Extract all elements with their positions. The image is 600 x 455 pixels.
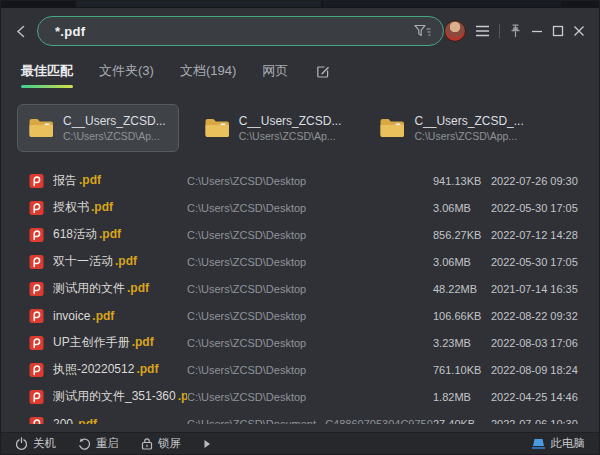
file-date: 2022-04-25 14:46 [491,391,585,403]
file-path: C:\Users\ZCSD\Desktop [187,229,433,241]
minimize-icon [531,25,543,37]
file-size: 27.40KB [433,418,491,425]
pdf-file-icon [29,281,53,297]
file-row[interactable]: 执照-20220512.pdf C:\Users\ZCSD\Desktop 76… [1,356,599,383]
tab-folders[interactable]: 文件夹(3) [99,62,154,86]
pdf-file-icon [29,173,53,189]
file-path: C:\Users\ZCSD\Desktop [187,337,433,349]
file-date: 2022-07-26 09:30 [491,175,585,187]
folder-card[interactable]: C__Users_ZCSD_... C:\Users\ZCSD\App... [368,104,536,152]
file-path: C:\Users\ZCSD\Desktop [187,202,433,214]
file-row[interactable]: 报告.pdf C:\Users\ZCSD\Desktop 941.13KB 20… [1,167,599,194]
file-size: 48.22MB [433,283,491,295]
folder-icon [379,117,405,139]
file-row[interactable]: 双十一活动.pdf C:\Users\ZCSD\Desktop 3.06MB 2… [1,248,599,275]
close-button[interactable] [573,25,585,37]
pdf-file-icon [29,416,53,425]
file-row[interactable]: 测试用的文件_351-360.pdf C:\Users\ZCSD\Desktop… [1,383,599,410]
folder-card-title: C__Users_ZCSD... [239,113,342,129]
folder-card[interactable]: C__Users_ZCSD... C:\Users\ZCSD\Ap... [17,104,179,152]
match-highlight: .pdf [99,227,121,241]
titlebar: *.pdf [1,8,599,54]
file-row[interactable]: invoice.pdf C:\Users\ZCSD\Desktop 106.66… [1,302,599,329]
filter-icon[interactable] [414,24,431,38]
file-date: 2022-07-06 10:30 [491,418,585,425]
file-size: 106.66KB [433,310,491,322]
expand-actions-button[interactable] [203,439,211,449]
result-tabs: 最佳匹配 文件夹(3) 文档(194) 网页 [1,58,599,90]
file-size: 761.10KB [433,364,491,376]
match-highlight: .pdf [132,335,154,349]
file-name: 报告.pdf [53,172,187,189]
file-row[interactable]: UP主创作手册.pdf C:\Users\ZCSD\Desktop 3.23MB… [1,329,599,356]
search-input-container[interactable]: *.pdf [37,16,444,46]
match-highlight: .pdf [75,417,97,425]
file-row[interactable]: 618活动.pdf C:\Users\ZCSD\Desktop 856.27KB… [1,221,599,248]
file-size: 3.06MB [433,256,491,268]
tab-web[interactable]: 网页 [262,62,288,86]
file-date: 2022-05-30 17:05 [491,256,585,268]
pdf-file-icon [29,362,53,378]
file-date: 2022-07-12 14:28 [491,229,585,241]
restart-button[interactable]: 重启 [78,436,119,451]
file-path: C:\Users\ZCSD\Desktop [187,364,433,376]
this-pc-button[interactable]: 此电脑 [531,436,586,451]
folder-card-title: C__Users_ZCSD_... [414,113,523,129]
back-button[interactable] [13,20,29,42]
pdf-file-icon [29,308,53,324]
pin-icon [509,24,522,38]
file-name: 200.pdf [53,417,187,425]
match-highlight: .pdf [92,309,114,323]
file-size: 3.06MB [433,202,491,214]
file-row[interactable]: 授权书.pdf C:\Users\ZCSD\Desktop 3.06MB 202… [1,194,599,221]
match-highlight: .pdf [91,200,113,214]
file-row[interactable]: 测试用的文件.pdf C:\Users\ZCSD\Desktop 48.22MB… [1,275,599,302]
folder-card-title: C__Users_ZCSD... [63,113,166,129]
search-input[interactable]: *.pdf [55,24,414,39]
file-name: 授权书.pdf [53,199,187,216]
menu-button[interactable] [475,25,490,37]
match-highlight: .pdf [79,173,101,187]
folder-icon [204,117,230,139]
file-size: 941.13KB [433,175,491,187]
folder-card[interactable]: C__Users_ZCSD... C:\Users\ZCSD\Ap... [193,104,355,152]
power-icon [15,437,28,450]
file-name: 双十一活动.pdf [53,253,187,270]
minimize-button[interactable] [531,25,543,37]
close-icon [573,25,585,37]
pdf-file-icon [29,335,53,351]
file-name: invoice.pdf [53,309,187,323]
edit-tabs-button[interactable] [316,65,330,83]
pdf-file-icon [29,227,53,243]
file-path: C:\Users\ZCSD\Document...C48860705304C97… [187,418,433,425]
file-path: C:\Users\ZCSD\Desktop [187,391,433,403]
file-size: 856.27KB [433,229,491,241]
file-list: 报告.pdf C:\Users\ZCSD\Desktop 941.13KB 20… [1,167,599,424]
file-name: 测试用的文件_351-360.pdf [53,388,187,405]
file-path: C:\Users\ZCSD\Desktop [187,256,433,268]
pdf-file-icon [29,389,53,405]
file-size: 1.82MB [433,391,491,403]
user-avatar[interactable] [444,20,466,42]
file-name: 618活动.pdf [53,226,187,243]
maximize-icon [552,25,564,37]
folder-card-path: C:\Users\ZCSD\Ap... [63,129,166,143]
file-name: 测试用的文件.pdf [53,280,187,297]
maximize-button[interactable] [552,25,564,37]
tab-documents[interactable]: 文档(194) [180,62,236,86]
lock-screen-button[interactable]: 锁屏 [141,436,181,451]
shutdown-button[interactable]: 关机 [15,436,56,451]
pin-button[interactable] [509,24,522,38]
match-highlight: .pdf [115,254,137,268]
pdf-file-icon [29,200,53,216]
titlebar-divider [499,24,500,38]
arrow-right-icon [203,439,211,449]
folder-card-list: C__Users_ZCSD... C:\Users\ZCSD\Ap... C__… [1,104,599,152]
compose-icon [316,65,330,79]
chevron-left-icon [15,25,28,38]
background-window-segment [76,1,321,7]
background-window-strip [1,1,599,8]
background-window-segment [323,1,561,7]
file-row[interactable]: 200.pdf C:\Users\ZCSD\Document...C488607… [1,410,599,424]
tab-best-match[interactable]: 最佳匹配 [21,62,73,86]
